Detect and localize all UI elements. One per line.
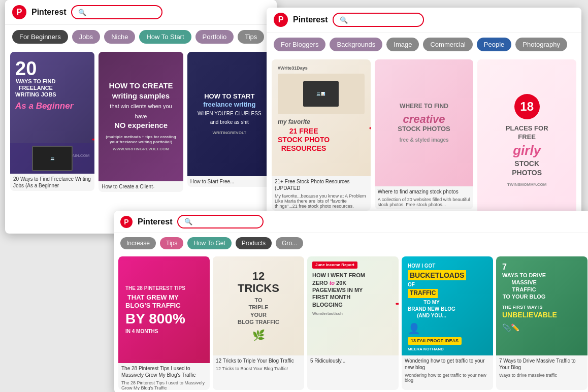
blog-col-5: 7 WAYS TO DRIVEMASSIVETRAFFICTO YOUR BLO… (496, 256, 587, 390)
tab-portfolio[interactable]: Portfolio (195, 30, 234, 44)
bp5-unbeliev: UNBELIEVABLE (502, 310, 557, 319)
bp5-title: 7 Ways to Drive Massive Traffic to Your … (496, 355, 587, 373)
blog-pin-card-4[interactable]: HOW I GOT BUCKETLOADS OF TRAFFIC TO MYBR… (402, 256, 493, 390)
blog-pin-card-2[interactable]: 12TRICKS TOTRIPLEYOURBLOG TRAFFIC 🌿 12 T… (213, 256, 304, 390)
tab-backgrounds[interactable]: Backgrounds (330, 38, 382, 51)
bp2-plant: 🌿 (252, 329, 265, 342)
filter-tabs-win1: For Beginners Jobs Niche How To Start Po… (5, 25, 277, 49)
window-freelance-writing: P Pinterest 🔍 freelance writing For Begi… (5, 0, 277, 234)
filter-tabs-win2: For Bloggers Backgrounds Image Commercia… (267, 32, 581, 56)
sp1-desc: My favorite...because you know at A Prob… (272, 193, 371, 211)
bp4-desc: Wondering how to get traffic to your new… (402, 373, 493, 385)
tab-howtoget[interactable]: How To Get (187, 237, 231, 249)
tab-commercial[interactable]: Commercial (423, 38, 472, 51)
bp4-to: TO MYBRAND NEW BLOG(AND YOU... (408, 299, 455, 319)
pin3-source: WRITINGREVOLT (213, 130, 247, 136)
bp2-num: 12TRICKS (238, 270, 279, 295)
search-input-win1[interactable]: freelance writing (89, 8, 155, 16)
pin2-source: WWW.WRITINGREVOLT.COM (113, 147, 169, 152)
pin-img-1: 20 WAYS TO FINDFREELANCEWRITING JOBS As … (10, 52, 94, 174)
bp1-title: The 28 Pinterest Tips I used to Massivel… (118, 363, 210, 380)
bp3-text: HOW I WENT FROMZERO to 20KPAGEVIEWS IN M… (312, 272, 365, 308)
pin-col-3: HOW TO STARTfreelance writingWHEN YOU'RE… (187, 52, 272, 223)
stock-pin-img-2: WHERE TO FIND creative STOCK PHOTOS free… (375, 59, 474, 186)
search-bar-win1[interactable]: 🔍 freelance writing (71, 5, 162, 19)
bp3-title: 5 Ridiculously... (307, 355, 399, 366)
arrow-pin1: ➜ (91, 133, 94, 146)
search-icon-win3: 🔍 (184, 218, 192, 225)
tab-grow[interactable]: Gro... (276, 237, 303, 249)
tab-image[interactable]: Image (386, 38, 419, 51)
bp4-pre: HOW I GOT (408, 263, 435, 269)
bp4-source: MEERA KOTHAND (408, 347, 444, 352)
tab-beginners[interactable]: For Beginners (12, 30, 68, 44)
search-bar-win3[interactable]: 🔍 blog traffic (177, 215, 264, 228)
tab-people[interactable]: People (477, 38, 511, 51)
header-win3: P Pinterest 🔍 blog traffic (114, 211, 588, 233)
sp3-source: TWINSMOMMY.COM (507, 182, 546, 187)
pin-img-2: HOW TO CREATEwriting samplesthat win cli… (99, 52, 183, 181)
blog-pin-card-5[interactable]: 7 WAYS TO DRIVEMASSIVETRAFFICTO YOUR BLO… (496, 256, 587, 390)
pin-card-3[interactable]: HOW TO STARTfreelance writingWHEN YOU'RE… (187, 52, 272, 187)
tab-howtostart[interactable]: How To Start (139, 30, 191, 44)
pin-col-2: HOW TO CREATEwriting samplesthat win cli… (99, 52, 183, 223)
pin-grid-win1: 20 WAYS TO FINDFREELANCEWRITING JOBS As … (5, 49, 277, 226)
sp3-girly: girly (513, 144, 541, 157)
pin2-text: HOW TO CREATEwriting samplesthat win cli… (105, 81, 177, 130)
pin-col-1: 20 WAYS TO FINDFREELANCEWRITING JOBS As … (10, 52, 94, 223)
tab-tips[interactable]: Tips (238, 30, 264, 44)
filter-tabs-win3: Increase Tips How To Get Products Gro... (114, 233, 588, 253)
sp2-creative: creative (403, 114, 445, 125)
bp2-text: TOTRIPLEYOURBLOG TRAFFIC (238, 297, 279, 325)
laptop-screen: 💻📊 (303, 81, 339, 107)
search-input-win3[interactable]: blog traffic (195, 218, 256, 225)
pinterest-logo-win3: P (120, 216, 133, 228)
pin-grid-win3: THE 28 PINTEREST TIPS THAT GREW MYBLOG'S… (114, 253, 588, 392)
bp5-num: 7 (502, 263, 507, 272)
tab-jobs[interactable]: Jobs (72, 30, 100, 44)
stock-pin-card-1[interactable]: #Write31Days 💻📊 my favorite 21 FREESTOCK… (272, 59, 371, 211)
blog-pin-img-5: 7 WAYS TO DRIVEMASSIVETRAFFICTO YOUR BLO… (496, 256, 587, 355)
bp4-bucket: BUCKETLOADS (408, 270, 466, 280)
blog-pin-card-1[interactable]: THE 28 PINTEREST TIPS THAT GREW MYBLOG'S… (118, 256, 210, 390)
bp4-of: OF (408, 281, 415, 288)
tab-tips[interactable]: Tips (160, 237, 183, 249)
sp1-title: 21+ Free Stock Photo Resources (UPDATED (272, 176, 371, 193)
sp1-fav: my favorite (278, 118, 310, 126)
bp4-ideas: 13 FAILPROOF IDEAS (408, 337, 462, 345)
pin1-laptop: 💻 (10, 143, 94, 174)
search-input-win2[interactable]: free stock photos (351, 16, 417, 24)
pin1-title: 20 Ways to Find Freelance Writing Jobs (… (10, 174, 94, 191)
blog-col-3: June Income Report HOW I WENT FROMZERO t… (307, 256, 399, 390)
window-blog-traffic: P Pinterest 🔍 blog traffic Increase Tips… (114, 211, 588, 392)
pinterest-logo-win2: P (274, 13, 288, 27)
pinterest-logo-win1: P (12, 5, 26, 19)
blog-pin-img-3: June Income Report HOW I WENT FROMZERO t… (307, 256, 399, 355)
bp3-badge: June Income Report (312, 262, 357, 269)
sp3-num: 18 (514, 94, 540, 119)
tab-photography[interactable]: Photography (515, 38, 567, 51)
sp2-title: Where to find amazing stock photos (375, 186, 474, 197)
app-name-win1: Pinterest (31, 8, 66, 17)
tab-niche[interactable]: Niche (104, 30, 135, 44)
pin-card-2[interactable]: HOW TO CREATEwriting samplesthat win cli… (99, 52, 183, 192)
pin-card-1[interactable]: 20 WAYS TO FINDFREELANCEWRITING JOBS As … (10, 52, 94, 191)
bp5-desc: Ways to drive massive traffic (496, 373, 587, 380)
bp2-desc: 12 Tricks to Boost Your Blog Traffic! (213, 366, 304, 373)
pin3-title: How to Start Free... (187, 176, 272, 187)
blog-pin-img-2: 12TRICKS TOTRIPLEYOURBLOG TRAFFIC 🌿 (213, 256, 304, 355)
stock-pin-img-1: #Write31Days 💻📊 my favorite 21 FREESTOCK… (272, 59, 371, 176)
header-win1: P Pinterest 🔍 freelance writing (5, 0, 277, 25)
search-bar-win2[interactable]: 🔍 free stock photos (333, 13, 424, 27)
search-icon-win1: 🔍 (78, 9, 86, 16)
stock-pin-img-3: 18 PLACES FORFREE girly STOCKPHOTOS TWIN… (477, 59, 576, 222)
sp2-text2: STOCK PHOTOS (398, 125, 450, 134)
tab-products[interactable]: Products (236, 237, 272, 249)
tab-increase[interactable]: Increase (120, 237, 156, 249)
stock-pin-card-3[interactable]: 18 PLACES FORFREE girly STOCKPHOTOS TWIN… (477, 59, 576, 233)
sp3-text2: STOCKPHOTOS (512, 159, 542, 177)
blog-pin-card-3[interactable]: June Income Report HOW I WENT FROMZERO t… (307, 256, 399, 390)
bp2-title: 12 Tricks to Triple Your Blog Traffic (213, 355, 304, 366)
tab-forbloggers[interactable]: For Bloggers (274, 38, 325, 51)
stock-pin-card-2[interactable]: WHERE TO FIND creative STOCK PHOTOS free… (375, 59, 474, 209)
